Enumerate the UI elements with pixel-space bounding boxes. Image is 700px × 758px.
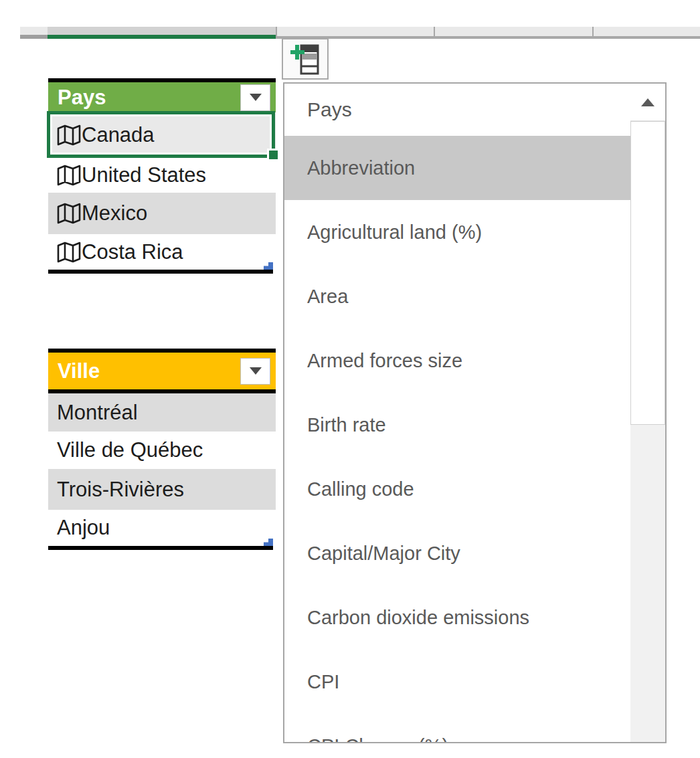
- excel-canvas: Pays Canada United States Mexico Costa R…: [0, 0, 700, 758]
- cell-text: Anjou: [57, 516, 110, 540]
- column-header-a[interactable]: [20, 27, 48, 39]
- pays-header-label: Pays: [48, 86, 106, 110]
- flyout-item-cpi[interactable]: CPI: [284, 650, 630, 714]
- flyout-title: Pays: [284, 84, 665, 136]
- pays-table-bottom-border: [48, 270, 273, 274]
- insert-data-button[interactable]: [282, 38, 329, 80]
- pays-table-header[interactable]: Pays: [48, 82, 276, 112]
- cell-ville-quebec[interactable]: Ville de Québec: [48, 432, 276, 469]
- pays-filter-button[interactable]: [240, 84, 270, 111]
- field-chooser-flyout: Pays Abbreviation Agricultural land (%) …: [283, 82, 667, 743]
- map-icon: [56, 163, 82, 187]
- flyout-item-abbreviation[interactable]: Abbreviation: [284, 136, 630, 200]
- cell-text: Trois-Rivières: [57, 478, 184, 502]
- cell-ville-montreal[interactable]: Montréal: [48, 393, 276, 432]
- ville-table-bottom-border: [48, 546, 273, 550]
- scroll-up-icon: [641, 98, 654, 106]
- chevron-down-icon: [250, 94, 262, 101]
- cell-ville-anjou[interactable]: Anjou: [48, 510, 276, 546]
- column-header-c[interactable]: [434, 27, 594, 39]
- cell-text: United States: [82, 163, 206, 187]
- ville-header-label: Ville: [48, 359, 100, 383]
- flyout-item-calling-code[interactable]: Calling code: [284, 457, 630, 521]
- insert-data-icon: [290, 42, 320, 76]
- scrollbar-thumb[interactable]: [630, 121, 665, 425]
- flyout-item-carbon-dioxide-emissions[interactable]: Carbon dioxide emissions: [284, 585, 630, 650]
- column-header-b[interactable]: [276, 27, 435, 39]
- flyout-item-armed-forces-size[interactable]: Armed forces size: [284, 328, 630, 393]
- cell-text: Costa Rica: [82, 240, 183, 264]
- flyout-item-birth-rate[interactable]: Birth rate: [284, 393, 630, 457]
- cell-ville-trois-rivieres[interactable]: Trois-Rivières: [48, 469, 276, 510]
- cell-pays-mexico[interactable]: Mexico: [48, 193, 276, 234]
- cell-text: Montréal: [57, 401, 138, 425]
- cell-pays-united-states[interactable]: United States: [48, 158, 276, 193]
- selection-border: [47, 111, 275, 158]
- ville-table-header[interactable]: Ville: [48, 353, 276, 389]
- cell-text: Ville de Québec: [57, 438, 203, 462]
- flyout-item-area[interactable]: Area: [284, 264, 630, 328]
- column-header-selected[interactable]: [48, 27, 276, 39]
- cell-text: Mexico: [82, 201, 147, 225]
- fill-handle[interactable]: [267, 149, 278, 159]
- flyout-item-cpi-change[interactable]: CPI Change (%): [284, 714, 630, 743]
- ville-filter-button[interactable]: [240, 358, 270, 385]
- map-icon: [56, 201, 82, 225]
- cell-pays-costa-rica[interactable]: Costa Rica: [48, 234, 276, 270]
- map-icon: [56, 240, 82, 264]
- flyout-scrollbar[interactable]: [630, 84, 665, 742]
- flyout-item-capital-major-city[interactable]: Capital/Major City: [284, 521, 630, 585]
- flyout-item-agricultural-land[interactable]: Agricultural land (%): [284, 200, 630, 264]
- scroll-up-button[interactable]: [630, 84, 665, 121]
- column-header-d[interactable]: [592, 27, 700, 39]
- chevron-down-icon: [250, 367, 262, 375]
